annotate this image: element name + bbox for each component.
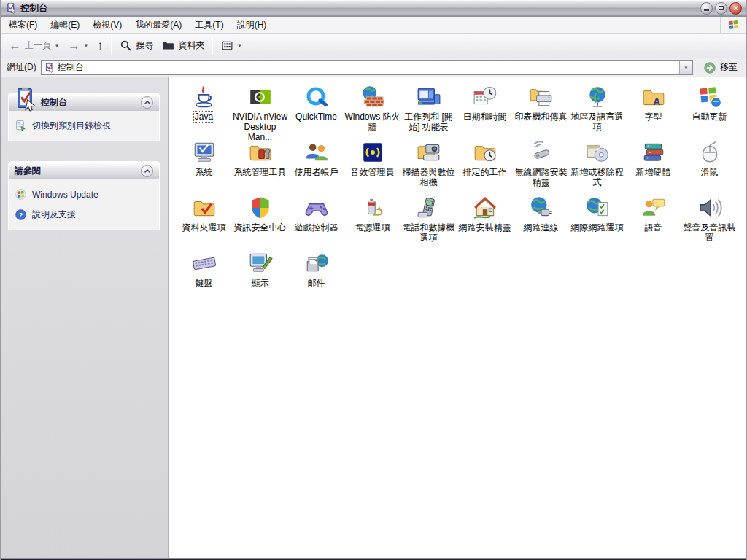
cpl-item[interactable]: 新增硬體 [625,139,681,194]
views-icon [221,39,233,52]
cpl-item[interactable]: 滑鼠 [681,139,738,194]
search-button-label: 搜尋 [136,39,153,52]
cpl-item-label: 邮件 [308,278,325,288]
cpl-item-label: 滑鼠 [701,167,719,177]
menu-item[interactable]: 檔案(F) [2,17,44,34]
network-connections-icon [529,195,554,220]
cpl-item[interactable]: 語音 [625,194,681,249]
cpl-item-label: 網路連線 [524,222,559,233]
menu-item[interactable]: 編輯(E) [44,17,86,34]
go-arrow-icon [703,61,716,74]
audio-manager-icon [360,140,385,165]
cpl-item[interactable]: 音效管理員 [344,139,400,194]
menu-item[interactable]: 工具(T) [188,17,230,34]
cpl-item[interactable]: 邮件 [288,249,344,305]
scanners-cameras-icon [417,140,441,165]
cpl-item-label: 網路安裝精靈 [459,222,511,233]
chevron-up-icon[interactable] [141,165,153,177]
cpl-item[interactable]: 電源選項 [344,194,400,249]
cpl-item-label: 電話和數據機選項 [400,222,457,243]
scheduled-tasks-icon [473,140,498,165]
cpl-item[interactable]: 鍵盤 [176,249,232,305]
address-bar: 網址(D) 控制台 ▼ 移至 [1,58,746,77]
speech-icon [641,195,666,220]
cpl-item[interactable]: 聲音及音訊裝置 [681,194,738,249]
cpl-item[interactable]: 排定的工作 [457,139,513,194]
control-panel-icon [12,86,38,112]
cpl-item[interactable]: 網路安裝精靈 [457,194,513,249]
cpl-item[interactable]: 掃描器與數位相機 [400,139,457,194]
cpl-item-label: 系統管理工具 [234,167,287,177]
back-arrow-icon: ← [9,39,21,52]
toolbar-separator [212,37,213,55]
cpl-item-label: 資訊安全中心 [234,222,287,233]
cpl-item-label: 顯示 [252,278,269,288]
cpl-item-label: 地區及語言選項 [569,112,625,132]
cpl-item-label: 系統 [196,167,213,177]
chevron-up-icon[interactable] [141,96,153,109]
address-value: 控制台 [58,61,84,74]
cpl-item[interactable]: 資訊安全中心 [232,194,288,249]
address-dropdown-button[interactable]: ▼ [679,61,692,74]
search-button[interactable]: 搜尋 [115,36,158,55]
cpl-item-label: 網際網路選項 [571,222,624,233]
datetime-icon [473,85,498,109]
cpl-item[interactable]: 地區及語言選項 [569,83,625,139]
cpl-item[interactable]: 新增或移除程式 [569,139,625,194]
cpl-item-label: 掃描器與數位相機 [400,167,457,187]
cpl-item[interactable]: 印表機和傳真 [513,83,569,139]
up-button[interactable]: ↑ [93,36,108,55]
fonts-icon: A [641,85,666,109]
window-title: 控制台 [20,2,48,15]
task-link-label: 說明及支援 [32,209,76,221]
cpl-item[interactable]: A字型 [625,83,681,139]
folders-button[interactable]: 資料夾 [158,36,209,55]
task-link[interactable]: 切換到類別目錄檢視 [15,120,153,132]
cpl-item[interactable]: 系統 [176,139,232,194]
task-link-label: Windows Update [32,190,98,200]
cpl-item-label: 新增硬體 [636,167,671,177]
views-dropdown-icon: ▼ [237,44,241,48]
forward-button[interactable]: → ▼ [63,36,93,55]
minimize-button[interactable] [700,2,713,15]
task-link[interactable]: Windows Update [15,188,153,201]
address-combo[interactable]: 控制台 ▼ [41,60,693,75]
views-button[interactable]: ▼ [217,36,246,55]
go-button[interactable]: 移至 [697,61,743,74]
menu-bar: 檔案(F)編輯(E)檢視(V)我的最愛(A)工具(T)說明(H) [1,17,746,34]
task-link[interactable]: ?說明及支援 [15,209,153,221]
cpl-item[interactable]: 無線網路安裝精靈 [513,139,569,194]
cpl-item[interactable]: NVIDIA nView Desktop Man... [232,83,288,139]
explorer-window: 控制台 × 檔案(F)編輯(E)檢視(V)我的最愛(A)工具(T)說明(H) ←… [0,0,747,560]
back-button[interactable]: ← 上一頁 ▼ [4,36,63,55]
cpl-item[interactable]: 資料夾選項 [176,194,232,249]
cpl-item[interactable]: QuickTime [288,83,344,139]
cpl-item[interactable]: 使用者帳戶 [288,139,344,194]
cpl-item[interactable]: 工作列和 [開始] 功能表 [400,83,457,139]
cpl-item[interactable]: 電話和數據機選項 [400,194,457,249]
cpl-item[interactable]: 日期和時間 [457,83,513,139]
cpl-item[interactable]: 系統管理工具 [232,139,288,194]
power-options-icon [360,195,385,220]
cpl-item-label: 語音 [645,222,662,233]
menu-item[interactable]: 說明(H) [231,17,274,34]
cpl-item-label: 印表機和傳真 [515,112,568,122]
menu-item[interactable]: 我的最愛(A) [128,17,188,34]
cpl-item[interactable]: Windows 防火牆 [344,83,400,139]
restore-button[interactable] [715,2,727,15]
cpl-item-label: Windows 防火牆 [344,112,400,132]
keyboard-icon [192,251,217,276]
cpl-item[interactable]: 網路連線 [513,194,569,249]
cpl-item-label: 聲音及音訊裝置 [681,222,738,243]
sidebar-panels: 控制台切換到類別目錄檢視請參閱Windows Update?說明及支援 [1,93,168,230]
menu-item[interactable]: 檢視(V) [86,17,128,34]
cpl-item[interactable]: 自動更新 [681,83,738,139]
taskbar-icon [417,85,441,109]
cpl-item[interactable]: 顯示 [232,249,288,305]
control-panel-icon [44,62,55,73]
close-button[interactable]: × [729,2,742,15]
cpl-item[interactable]: 網際網路選項 [569,194,625,249]
cpl-item[interactable]: 遊戲控制器 [288,194,344,249]
cpl-item[interactable]: Java [176,83,232,139]
sounds-audio-icon [697,195,722,220]
